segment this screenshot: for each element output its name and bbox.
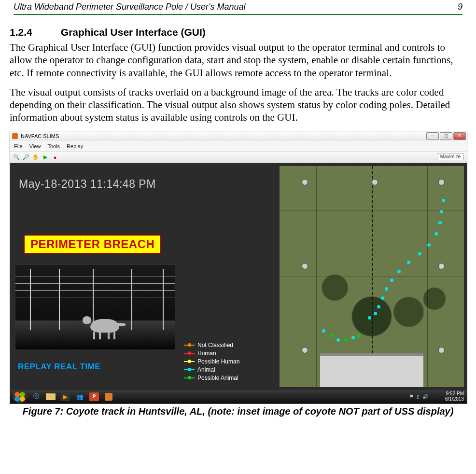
- menu-tools[interactable]: Tools: [47, 143, 60, 149]
- people-icon[interactable]: 👥: [75, 392, 84, 401]
- section-number: 1.2.4: [10, 27, 58, 38]
- track-point-icon: [407, 261, 410, 264]
- window-minimize-button[interactable]: –: [426, 132, 439, 140]
- system-tray[interactable]: ⚑ ▯ 🔊: [409, 394, 428, 399]
- maximize-badge[interactable]: Maximize: [437, 153, 464, 160]
- tray-network-icon[interactable]: ▯: [417, 394, 420, 399]
- track-point-icon: [344, 338, 348, 342]
- explorer-icon[interactable]: [46, 392, 56, 401]
- legend-item-animal: Animal: [184, 366, 239, 374]
- pole-marker-icon[interactable]: [438, 347, 445, 353]
- legend-swatch-icon: [184, 361, 195, 362]
- page-header: Ultra Wideband Perimeter Surveillance Po…: [10, 0, 466, 14]
- legend-label: Possible Animal: [197, 375, 238, 381]
- fence-wire: [15, 277, 175, 277]
- section-title: Graphical User Interface (GUI): [61, 27, 206, 38]
- toolbar: 🔍 🔎 ✋ ▶ ● Maximize: [10, 152, 467, 163]
- clock-date: 6/1/2013: [445, 396, 464, 402]
- track-point-icon: [381, 296, 384, 300]
- pole-marker-icon[interactable]: [438, 263, 445, 269]
- fence-post: [163, 269, 164, 330]
- tray-volume-icon[interactable]: 🔊: [422, 394, 428, 399]
- legend-item-human: Human: [184, 349, 239, 358]
- window-close-button[interactable]: ✕: [453, 132, 466, 140]
- menu-replay[interactable]: Replay: [67, 143, 83, 149]
- legend-label: Human: [197, 350, 216, 357]
- grid-line: [280, 343, 464, 343]
- paragraph-1: The Graphical User Interface (GUI) funct…: [10, 41, 466, 79]
- track-point-icon: [434, 232, 438, 236]
- track-point-icon: [377, 305, 380, 308]
- zoom-in-icon[interactable]: 🔍: [13, 154, 20, 161]
- pole-marker-icon[interactable]: [302, 179, 308, 185]
- app-icon: [12, 133, 18, 139]
- track-point-icon: [442, 199, 445, 202]
- window-title: NAVFAC SLIMS: [21, 133, 59, 139]
- section-heading: 1.2.4 Graphical User Interface (GUI): [10, 27, 466, 38]
- menu-file[interactable]: File: [14, 143, 23, 149]
- track-point-icon: [357, 334, 360, 337]
- gui-window: NAVFAC SLIMS – ▢ ✕ File View Tools Repla…: [10, 131, 467, 404]
- grid-line: [280, 210, 464, 210]
- window-titlebar[interactable]: NAVFAC SLIMS – ▢ ✕: [10, 131, 467, 141]
- pole-marker-icon[interactable]: [302, 347, 308, 353]
- fence-post: [93, 269, 94, 330]
- pole-marker-icon[interactable]: [438, 179, 445, 185]
- clock-time: 9:52 PM: [445, 391, 464, 396]
- legend-swatch-icon: [184, 345, 195, 346]
- grid-line: [280, 277, 464, 277]
- building-icon: [320, 353, 423, 387]
- fence-wire: [15, 290, 175, 291]
- window-maximize-button[interactable]: ▢: [440, 132, 452, 140]
- taskbar: ⓔ ▶ 👥 P ⚑ ▯ 🔊 9:52 PM 6/1/2013: [10, 390, 467, 404]
- record-icon[interactable]: ●: [52, 154, 58, 161]
- menu-bar: File View Tools Replay: [10, 141, 467, 152]
- figure-caption: Figure 7: Coyote track in Huntsville, AL…: [10, 406, 466, 417]
- legend-item-not-classified: Not Classified: [184, 341, 239, 349]
- header-rule: [14, 14, 462, 15]
- pole-marker-icon[interactable]: [302, 263, 308, 269]
- track-point-icon: [438, 221, 442, 224]
- track-point-icon: [351, 336, 355, 339]
- pan-icon[interactable]: ✋: [32, 154, 39, 161]
- legend: Not Classified Human Possible Human Anim…: [184, 341, 239, 382]
- fence-post: [30, 269, 31, 330]
- track-point-icon: [418, 252, 421, 255]
- legend-item-possible-animal: Possible Animal: [184, 374, 239, 382]
- zoom-out-icon[interactable]: 🔎: [23, 154, 29, 161]
- tray-flag-icon[interactable]: ⚑: [409, 394, 414, 399]
- track-point-icon: [374, 312, 377, 315]
- track-point-icon: [385, 287, 388, 291]
- perimeter-breach-alert: PERIMETER BREACH: [24, 235, 161, 254]
- pole-marker-icon[interactable]: [372, 179, 378, 185]
- track-point-icon: [427, 243, 431, 247]
- taskbar-clock[interactable]: 9:52 PM 6/1/2013: [445, 391, 464, 402]
- legend-label: Possible Human: [197, 358, 239, 365]
- aerial-view[interactable]: [279, 166, 464, 387]
- start-button-icon[interactable]: [13, 391, 27, 403]
- track-point-icon: [322, 329, 325, 333]
- legend-swatch-icon: [184, 369, 195, 370]
- camera-inset: [15, 265, 175, 350]
- menu-view[interactable]: View: [29, 143, 41, 149]
- powerpoint-icon[interactable]: P: [89, 392, 99, 401]
- track-point-icon: [440, 210, 443, 213]
- ie-icon[interactable]: ⓔ: [31, 392, 41, 401]
- map-canvas[interactable]: May-18-2013 11:14:48 PM PERIMETER BREACH: [10, 163, 467, 390]
- media-player-icon[interactable]: ▶: [60, 392, 70, 401]
- legend-label: Not Classified: [197, 342, 233, 349]
- track-point-icon: [336, 338, 340, 342]
- page-number: 9: [458, 2, 462, 12]
- fence-post: [131, 269, 132, 330]
- matlab-icon[interactable]: [104, 392, 113, 401]
- doc-title: Ultra Wideband Perimeter Surveillance Po…: [14, 2, 245, 12]
- track-point-icon: [329, 334, 333, 337]
- coyote-icon: [90, 319, 119, 333]
- play-icon[interactable]: ▶: [42, 154, 49, 161]
- fence-post: [59, 269, 60, 330]
- track-point-icon: [368, 316, 371, 320]
- timestamp: May-18-2013 11:14:48 PM: [19, 178, 156, 191]
- paragraph-2: The visual output consists of tracks ove…: [10, 86, 466, 124]
- replay-mode-label: REPLAY REAL TIME: [18, 362, 100, 372]
- legend-item-possible-human: Possible Human: [184, 358, 239, 366]
